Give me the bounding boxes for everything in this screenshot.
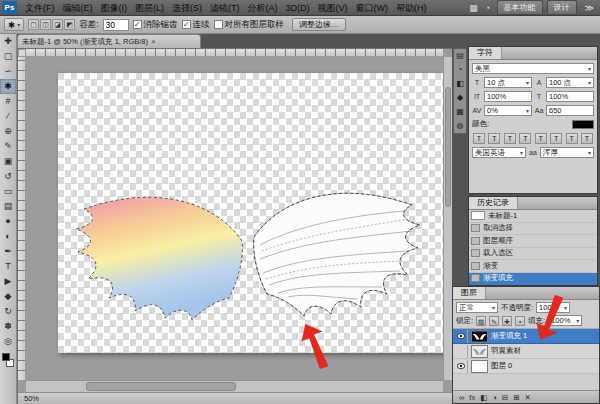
faux-italic-button[interactable]: T bbox=[488, 133, 500, 144]
horizontal-scale-field[interactable]: 100% bbox=[546, 91, 594, 102]
history-item[interactable]: 图层顺序 bbox=[469, 235, 597, 248]
marquee-tool-button[interactable]: ▢ bbox=[0, 49, 16, 64]
baseline-shift-field[interactable]: 650 bbox=[546, 105, 594, 116]
new-group-icon[interactable]: ⊟ bbox=[502, 393, 508, 402]
workspace-design-button[interactable]: 设计 bbox=[547, 0, 577, 15]
tab-history[interactable]: 历史记录 bbox=[469, 197, 518, 209]
tolerance-input[interactable] bbox=[103, 19, 129, 31]
styles-panel-icon[interactable]: ◆ bbox=[454, 91, 466, 105]
dodge-tool-button[interactable]: ◐ bbox=[0, 229, 16, 244]
type-tool-button[interactable]: T bbox=[0, 259, 16, 274]
hand-tool-button[interactable]: ✽ bbox=[0, 319, 16, 334]
superscript-button[interactable]: T bbox=[535, 133, 547, 144]
blend-mode-select[interactable]: 正常 ▾ bbox=[456, 302, 498, 313]
layer-row-gradient-fill[interactable]: 渐变填充 1 bbox=[453, 329, 599, 344]
tool-preset-dropdown[interactable]: ✱ ▾ bbox=[4, 18, 24, 31]
path-select-tool-button[interactable]: ▶ bbox=[0, 274, 16, 289]
menu-analysis[interactable]: 分析(A) bbox=[244, 0, 282, 16]
lock-pixels-icon[interactable]: ✎ bbox=[489, 316, 499, 326]
document-tab[interactable]: 未标题-1 @ 50% (渐变填充 1, RGB/8) × bbox=[17, 34, 201, 48]
history-brush-tool-button[interactable]: ↺ bbox=[0, 169, 16, 184]
sample-all-layers-checkbox[interactable]: 对所有图层取样 bbox=[214, 19, 285, 31]
horizontal-scroll-thumb[interactable] bbox=[86, 382, 236, 391]
history-item[interactable]: 渐变 bbox=[469, 260, 597, 273]
zoom-level[interactable]: 50% bbox=[24, 394, 39, 403]
menu-layer[interactable]: 图层(L) bbox=[131, 0, 168, 16]
menu-view[interactable]: 视图(V) bbox=[314, 0, 352, 16]
strikethrough-button[interactable]: T bbox=[581, 133, 593, 144]
font-size-select[interactable]: 10 点 ▾ bbox=[484, 77, 532, 88]
lock-transparency-icon[interactable]: ▨ bbox=[476, 316, 486, 326]
horizontal-scrollbar[interactable] bbox=[26, 380, 443, 392]
info-panel-icon[interactable]: ◍ bbox=[454, 119, 466, 133]
brush-tool-button[interactable]: ✎ bbox=[0, 139, 16, 154]
history-snapshot[interactable]: 未标题-1 bbox=[469, 210, 597, 223]
small-caps-button[interactable]: T bbox=[519, 133, 531, 144]
history-item-selected[interactable]: 渐变填充 bbox=[469, 273, 597, 286]
history-item[interactable]: 取消选择 bbox=[469, 223, 597, 236]
text-color-swatch[interactable] bbox=[572, 120, 594, 129]
refine-edge-button[interactable]: 调整边缘… bbox=[292, 18, 346, 31]
font-family-select[interactable]: 美黑 ▾ bbox=[472, 63, 594, 74]
faux-bold-button[interactable]: T bbox=[473, 133, 485, 144]
menu-select[interactable]: 选择(S) bbox=[168, 0, 206, 16]
zoom-tool-button[interactable]: ◎ bbox=[0, 334, 16, 349]
layer-row-layer0[interactable]: 图层 0 bbox=[453, 359, 599, 374]
menu-edit[interactable]: 编辑(E) bbox=[59, 0, 97, 16]
shape-tool-button[interactable]: ◆ bbox=[0, 289, 16, 304]
pen-tool-button[interactable]: ✒ bbox=[0, 244, 16, 259]
gradient-tool-button[interactable]: ▤ bbox=[0, 199, 16, 214]
add-mask-icon[interactable]: ◧ bbox=[480, 393, 487, 402]
subscript-button[interactable]: T bbox=[550, 133, 562, 144]
leading-select[interactable]: 100 点 ▾ bbox=[546, 77, 594, 88]
move-tool-button[interactable]: ✚ bbox=[0, 34, 16, 49]
magic-wand-tool-button[interactable]: ✱ bbox=[0, 79, 16, 94]
vertical-scrollbar[interactable] bbox=[443, 57, 452, 380]
new-selection-icon[interactable]: ▢ bbox=[28, 19, 39, 30]
eyedropper-tool-button[interactable]: ∕ bbox=[0, 109, 16, 124]
menu-help[interactable]: 帮助(H) bbox=[392, 0, 431, 16]
crop-tool-button[interactable]: # bbox=[0, 94, 16, 109]
menu-window[interactable]: 窗口(W) bbox=[352, 0, 393, 16]
3d-rotate-tool-button[interactable]: ↻ bbox=[0, 304, 16, 319]
eraser-tool-button[interactable]: ▭ bbox=[0, 184, 16, 199]
close-tab-icon[interactable]: × bbox=[151, 37, 156, 46]
vertical-scroll-thumb[interactable] bbox=[445, 87, 451, 207]
tracking-select[interactable]: 0% ▾ bbox=[484, 105, 532, 116]
tab-layers[interactable]: 图层 bbox=[453, 287, 486, 299]
visibility-toggle[interactable] bbox=[455, 360, 468, 373]
lock-all-icon[interactable]: ▪ bbox=[515, 316, 525, 326]
foreground-color-chip[interactable] bbox=[2, 353, 10, 361]
view-extras-icon[interactable]: ◔ bbox=[481, 3, 495, 13]
swatches-panel-icon[interactable]: ▤ bbox=[454, 49, 466, 63]
layer-thumbnail[interactable] bbox=[471, 345, 488, 358]
visibility-toggle[interactable] bbox=[455, 330, 468, 343]
workspace-overflow-button[interactable]: ≫ bbox=[579, 3, 600, 13]
menu-file[interactable]: 文件(F) bbox=[21, 0, 59, 16]
menu-3d[interactable]: 3D(D) bbox=[282, 0, 314, 16]
workspace-basic-button[interactable]: 基本功能 bbox=[497, 0, 543, 15]
antialias-checkbox[interactable]: ✓ 消除锯齿 bbox=[133, 19, 178, 31]
blur-tool-button[interactable]: ● bbox=[0, 214, 16, 229]
layer-thumbnail[interactable] bbox=[471, 330, 488, 343]
layer-style-icon[interactable]: fx bbox=[469, 393, 475, 402]
underline-button[interactable]: T bbox=[566, 133, 578, 144]
layer-thumbnail[interactable] bbox=[471, 360, 488, 373]
delete-layer-icon[interactable]: ✕ bbox=[524, 393, 530, 402]
adjustments-panel-icon[interactable]: ▦ bbox=[454, 105, 466, 119]
subtract-selection-icon[interactable]: ◪ bbox=[52, 19, 63, 30]
intersect-selection-icon[interactable]: ◩ bbox=[64, 19, 75, 30]
link-layers-icon[interactable]: ∞ bbox=[459, 393, 464, 402]
document-checkerboard[interactable] bbox=[58, 73, 443, 353]
menu-filter[interactable]: 滤镜(T) bbox=[206, 0, 244, 16]
layer-row-wing-material[interactable]: 羽翼素材 bbox=[453, 344, 599, 359]
adjustment-layer-icon[interactable]: ◑ bbox=[492, 393, 497, 402]
antialias-select[interactable]: 浑厚 ▾ bbox=[540, 147, 594, 158]
contiguous-checkbox[interactable]: ✓ 连续 bbox=[182, 19, 210, 31]
add-selection-icon[interactable]: ◫ bbox=[40, 19, 51, 30]
lasso-tool-button[interactable]: ∽ bbox=[0, 64, 16, 79]
menu-image[interactable]: 图像(I) bbox=[97, 0, 132, 16]
visibility-toggle[interactable] bbox=[455, 345, 468, 358]
tab-character[interactable]: 字符 bbox=[469, 47, 502, 59]
clone-stamp-tool-button[interactable]: ▣ bbox=[0, 154, 16, 169]
